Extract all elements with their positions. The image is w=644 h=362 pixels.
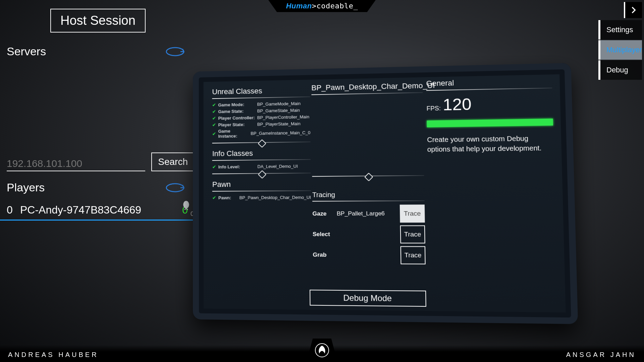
- slider-divider[interactable]: [212, 141, 311, 143]
- pawn-class-row: ✔Pawn:BP_Pawn_Desktop_Char_Demo_UI: [212, 194, 311, 200]
- tracing-grab-label: Grab: [313, 251, 337, 258]
- tracing-heading: Tracing: [312, 190, 425, 199]
- check-icon: ✔: [212, 131, 216, 136]
- brand-human: Human: [286, 2, 312, 10]
- tracing-grab-value: [337, 255, 400, 255]
- unreal-class-row: ✔Player State:BP_PlayerState_Main: [212, 121, 311, 127]
- unreal-class-row: ✔Game State:BP_GameState_Main: [212, 107, 310, 114]
- tracing-gaze-value: BP_Pallet_Large6: [337, 210, 400, 217]
- side-menu: Settings Multiplayer Debug: [598, 20, 642, 80]
- pawn-class-value: BP_Pawn_Desktop_Char_Demo_UI: [239, 195, 311, 200]
- players-heading: Players: [7, 181, 45, 194]
- pawn-heading: Pawn: [212, 179, 311, 189]
- general-description: Create your own custom Debug options tha…: [427, 133, 554, 154]
- tracing-select-label: Select: [313, 231, 337, 238]
- unreal-class-key: Game Instance:: [218, 128, 251, 139]
- player-name: PC-Andy-9747B83C4669: [20, 204, 182, 216]
- side-menu-multiplayer[interactable]: Multiplayer: [598, 40, 642, 60]
- general-heading: General: [426, 76, 552, 88]
- slider-divider[interactable]: [312, 175, 424, 177]
- tracing-grab-trace-button[interactable]: Trace: [400, 246, 426, 264]
- info-class-key: Info Level:: [218, 164, 258, 169]
- mic-icon: [181, 200, 191, 210]
- unreal-class-value: BP_GameInstance_Main_C_0: [251, 130, 310, 136]
- unreal-class-row: ✔Player Controller:BP_PlayerController_M…: [212, 114, 311, 121]
- refresh-icon: [164, 46, 186, 58]
- ip-input[interactable]: [7, 157, 145, 171]
- footer-credit-right: ANSGAR JAHN: [566, 351, 636, 359]
- tracing-row-select: Select Trace: [313, 225, 425, 243]
- check-icon: ✔: [212, 164, 216, 170]
- check-icon: ✔: [212, 115, 216, 121]
- brand-codeable: >codeable_: [312, 2, 358, 10]
- side-menu-debug[interactable]: Debug: [598, 60, 642, 80]
- info-classes-heading: Info Classes: [212, 148, 311, 158]
- chevron-right-icon: [629, 6, 638, 14]
- divider: [212, 159, 311, 161]
- servers-refresh-button[interactable]: [164, 46, 186, 58]
- footer-credit-left: ANDREAS HAUBER: [8, 351, 99, 359]
- unreal-class-key: Game State:: [218, 108, 257, 114]
- unreal-classes-heading: Unreal Classes: [212, 86, 310, 97]
- divider: [312, 92, 423, 95]
- side-menu-label: Multiplayer: [606, 46, 642, 54]
- check-icon: ✔: [212, 195, 216, 200]
- unreal-class-key: Player State:: [218, 122, 257, 127]
- unreal-class-row: ✔Game Instance:BP_GameInstance_Main_C_0: [212, 127, 311, 139]
- fps-value: 120: [443, 95, 472, 114]
- player-mic-indicator: 0: [181, 200, 191, 212]
- side-menu-settings[interactable]: Settings: [598, 20, 642, 40]
- divider: [312, 200, 425, 202]
- tracing-select-trace-button[interactable]: Trace: [400, 225, 425, 243]
- info-class-value: DA_Level_Demo_UI: [257, 164, 298, 169]
- divider: [426, 87, 552, 90]
- fps-progress-bar: [427, 119, 553, 127]
- monitor-screen: Unreal Classes ✔Game Mode:BP_GameMode_Ma…: [204, 74, 566, 313]
- tracing-row-grab: Grab Trace: [313, 246, 425, 264]
- unreal-class-value: BP_GameState_Main: [257, 108, 300, 113]
- debug-monitor: Unreal Classes ✔Game Mode:BP_GameMode_Ma…: [193, 63, 578, 324]
- refresh-icon: [164, 182, 186, 194]
- player-index: 0: [7, 204, 20, 216]
- unreal-class-row: ✔Game Mode:BP_GameMode_Main: [212, 101, 310, 108]
- check-icon: ✔: [212, 102, 216, 108]
- info-class-row: ✔Info Level:DA_Level_Demo_UI: [212, 163, 311, 170]
- tracing-gaze-trace-button[interactable]: Trace: [400, 204, 425, 223]
- check-icon: ✔: [212, 109, 216, 114]
- servers-heading: Servers: [7, 45, 46, 58]
- fps-label: FPS:: [427, 105, 441, 112]
- side-menu-label: Settings: [606, 25, 633, 34]
- mid-panel-title: BP_Pawn_Desktop_Char_Demo_UI: [311, 81, 423, 93]
- divider: [212, 97, 310, 99]
- unreal-engine-icon: [315, 343, 329, 358]
- tracing-row-gaze: Gaze BP_Pallet_Large6 Trace: [312, 204, 425, 223]
- side-menu-label: Debug: [606, 66, 628, 74]
- unreal-class-key: Game Mode:: [218, 102, 257, 107]
- search-button[interactable]: Search: [151, 153, 195, 171]
- unreal-engine-badge: [307, 339, 337, 362]
- unreal-class-value: BP_PlayerState_Main: [257, 121, 301, 127]
- unreal-class-value: BP_GameMode_Main: [257, 101, 301, 107]
- debug-mode-button[interactable]: Debug Mode: [310, 290, 426, 307]
- menu-toggle-button[interactable]: [624, 2, 642, 18]
- brand-ribbon: Human>codeable_: [268, 0, 376, 12]
- slider-divider[interactable]: [212, 173, 311, 174]
- unreal-class-key: Player Controller:: [218, 115, 257, 121]
- host-session-button[interactable]: Host Session: [50, 9, 146, 33]
- ip-search-row: Search: [7, 153, 195, 171]
- divider: [212, 190, 311, 192]
- check-icon: ✔: [212, 122, 216, 127]
- svg-point-2: [183, 201, 189, 208]
- pawn-class-key: Pawn:: [218, 195, 239, 200]
- unreal-class-value: BP_PlayerController_Main: [257, 114, 310, 120]
- players-refresh-button[interactable]: [164, 182, 186, 194]
- player-row[interactable]: 0 PC-Andy-9747B83C4669 0: [0, 201, 195, 221]
- tracing-gaze-label: Gaze: [312, 210, 337, 218]
